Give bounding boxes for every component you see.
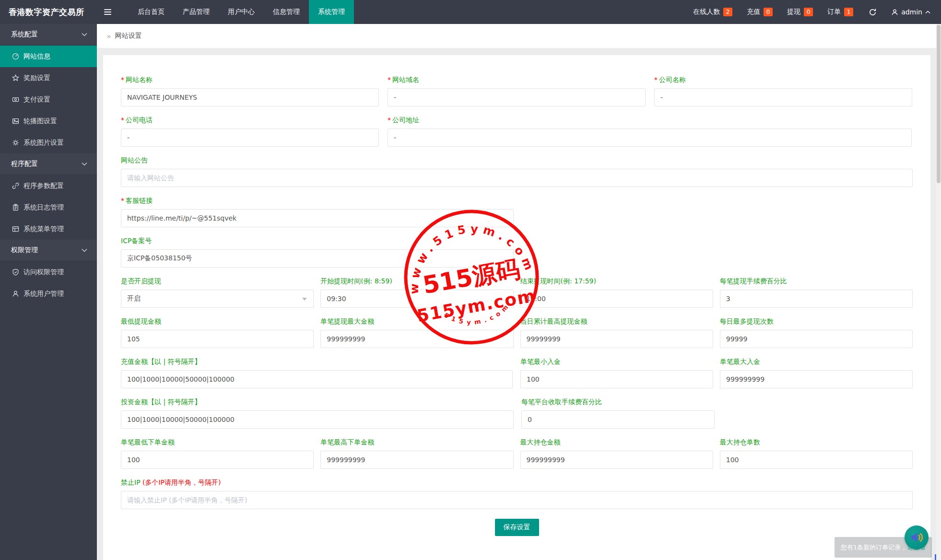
field-withdraw-start-time: 开始提现时间(例: 8:59) xyxy=(320,277,513,308)
field-label: 禁止IP xyxy=(121,478,141,486)
shield-icon xyxy=(12,268,19,276)
star-icon xyxy=(12,74,19,82)
field-withdraw-fee-percent: 每笔提现手续费百分比 xyxy=(720,277,913,308)
field-withdraw-end-time: 结束提现时间(例: 17:59) xyxy=(520,277,713,308)
sidebar-group-program-config[interactable]: 程序配置 xyxy=(0,153,97,175)
withdraw-fee-input[interactable] xyxy=(720,290,913,308)
sidebar-group-permissions[interactable]: 权限管理 xyxy=(0,240,97,261)
field-position-max-count: 最大持仓单数 xyxy=(720,438,913,469)
withdraw-enabled-select[interactable]: 开启 xyxy=(121,290,314,308)
field-label: 单笔提现最大金额 xyxy=(320,317,513,326)
order-count-badge: 1 xyxy=(844,8,853,16)
company-phone-input[interactable] xyxy=(121,128,379,147)
stat-recharge[interactable]: 充值 0 xyxy=(747,8,773,16)
field-label: 网站公告 xyxy=(121,156,913,164)
field-label: 单笔最高下单金额 xyxy=(320,438,513,446)
field-label: 开始提现时间(例: 8:59) xyxy=(320,277,513,285)
sidebar-item-label: 支付设置 xyxy=(24,95,50,104)
username: admin xyxy=(901,8,922,16)
position-max-count-input[interactable] xyxy=(720,451,913,469)
stat-label: 订单 xyxy=(827,8,841,16)
nav-item-info[interactable]: 信息管理 xyxy=(264,0,309,24)
refresh-icon[interactable] xyxy=(869,8,877,16)
withdraw-start-input[interactable] xyxy=(320,290,513,308)
deposit-max-input[interactable] xyxy=(720,370,913,388)
nav-item-products[interactable]: 产品管理 xyxy=(174,0,219,24)
recharge-amounts-input[interactable] xyxy=(121,370,513,388)
invest-amounts-input[interactable] xyxy=(121,410,514,429)
user-menu[interactable]: admin xyxy=(891,8,930,16)
withdraw-count-badge: 0 xyxy=(804,8,813,16)
sidebar-item-label: 程序参数配置 xyxy=(24,182,64,190)
field-withdraw-enabled: 是否开启提现 开启 xyxy=(121,277,314,308)
platform-fee-input[interactable] xyxy=(521,410,715,429)
service-link-input[interactable] xyxy=(121,209,514,227)
site-domain-input[interactable] xyxy=(388,88,646,106)
deposit-min-input[interactable] xyxy=(520,370,713,388)
sidebar-item-site-info[interactable]: 网站信息 xyxy=(0,46,97,67)
withdraw-max-input[interactable] xyxy=(320,330,513,348)
position-max-amount-input[interactable] xyxy=(520,451,713,469)
field-order-min: 单笔最低下单金额 xyxy=(121,438,314,469)
field-label: 最低提现金额 xyxy=(121,317,314,326)
required-star: * xyxy=(121,116,124,124)
field-site-name: *网站名称 xyxy=(121,76,379,106)
field-label: 是否开启提现 xyxy=(121,277,314,285)
stat-online-users[interactable]: 在线人数 2 xyxy=(693,8,732,16)
nav-item-system[interactable]: 系统管理 xyxy=(309,0,354,24)
field-invest-amounts: 投资金额【以 | 符号隔开】 xyxy=(121,398,514,429)
field-recharge-amounts: 充值金额【以 | 符号隔开】 xyxy=(121,358,513,388)
save-button[interactable]: 保存设置 xyxy=(495,519,539,536)
sidebar-item-label: 轮播图设置 xyxy=(24,117,57,126)
sidebar-item-system-images[interactable]: 系统图片设置 xyxy=(0,132,97,153)
sidebar: 系统配置 网站信息 奖励设置 支付设置 轮播图设置 系统图片设置 程序配置 xyxy=(0,24,97,560)
field-label: 每笔提现手续费百分比 xyxy=(720,277,913,285)
sidebar-item-system-menus[interactable]: 系统菜单管理 xyxy=(0,218,97,240)
brand-logo[interactable]: 香港数字资产交易所 xyxy=(0,0,97,24)
sidebar-item-program-params[interactable]: 程序参数配置 xyxy=(0,175,97,197)
nav-item-home[interactable]: 后台首页 xyxy=(129,0,174,24)
banned-ip-input[interactable] xyxy=(121,491,913,509)
company-address-input[interactable] xyxy=(388,128,912,147)
sidebar-group-system-config[interactable]: 系统配置 xyxy=(0,24,97,46)
field-label: 每笔平台收取手续费百分比 xyxy=(521,398,715,406)
order-min-input[interactable] xyxy=(121,451,314,469)
icp-number-input[interactable] xyxy=(121,249,514,268)
sidebar-item-system-logs[interactable]: 系统日志管理 xyxy=(0,197,97,218)
sidebar-item-label: 访问权限管理 xyxy=(24,268,64,277)
withdraw-end-input[interactable] xyxy=(520,290,713,308)
sidebar-item-reward-settings[interactable]: 奖励设置 xyxy=(0,67,97,89)
toast-message: 您有1条新的订单记录， xyxy=(841,544,907,551)
field-position-max-amount: 最大持仓金额 xyxy=(520,438,713,469)
required-star: * xyxy=(121,197,124,204)
site-notice-input[interactable] xyxy=(121,169,913,187)
field-label: 公司地址 xyxy=(392,116,419,124)
hamburger-menu-icon[interactable] xyxy=(97,0,118,24)
site-name-input[interactable] xyxy=(121,88,379,106)
chevron-down-icon xyxy=(82,162,87,166)
withdraw-daily-times-input[interactable] xyxy=(720,330,913,348)
withdraw-daily-max-input[interactable] xyxy=(520,330,713,348)
stat-orders[interactable]: 订单 1 xyxy=(827,8,853,16)
field-label: 客服链接 xyxy=(126,197,153,204)
withdraw-min-input[interactable] xyxy=(121,330,314,348)
nav-item-users[interactable]: 用户中心 xyxy=(219,0,264,24)
sidebar-item-access-permissions[interactable]: 访问权限管理 xyxy=(0,261,97,283)
scrollbar-thumb[interactable] xyxy=(937,25,941,183)
layout-icon xyxy=(12,225,19,233)
field-label: 当日累计最高提现金额 xyxy=(520,317,713,326)
sound-notification-button[interactable] xyxy=(905,525,929,549)
selected-option: 开启 xyxy=(127,294,141,303)
sidebar-item-payment-settings[interactable]: 支付设置 xyxy=(0,89,97,110)
field-icp-number: ICP备案号 xyxy=(121,237,514,268)
clipboard-icon xyxy=(12,204,19,211)
company-name-input[interactable] xyxy=(654,88,912,106)
top-navbar: 香港数字资产交易所 后台首页 产品管理 用户中心 信息管理 系统管理 在线人数 … xyxy=(0,0,941,24)
sidebar-item-carousel-settings[interactable]: 轮播图设置 xyxy=(0,110,97,132)
online-count-badge: 2 xyxy=(723,8,732,16)
field-withdraw-min: 最低提现金额 xyxy=(121,317,314,348)
field-label: 最大持仓单数 xyxy=(720,438,913,446)
stat-withdraw[interactable]: 提现 0 xyxy=(787,8,813,16)
order-max-input[interactable] xyxy=(320,451,513,469)
sidebar-item-system-users[interactable]: 系统用户管理 xyxy=(0,283,97,304)
